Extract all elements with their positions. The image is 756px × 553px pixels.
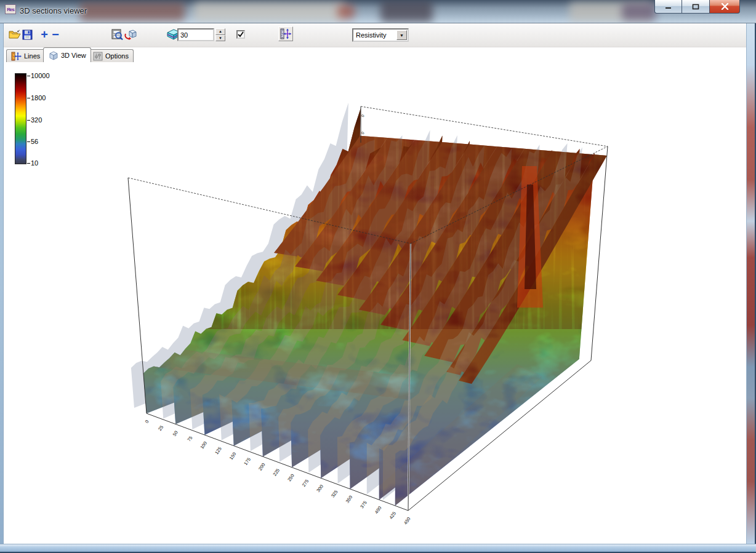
axis-tick-label: 125 [214, 446, 223, 455]
axis-tick-label: 450 [403, 516, 412, 525]
axis-tick-label: 25 [157, 424, 164, 432]
tab-options[interactable]: Options [88, 49, 134, 62]
dropdown-arrow-button[interactable]: ▼ [396, 30, 407, 40]
cube-3d-icon [48, 50, 58, 60]
axis-tick-label: 425 [388, 511, 397, 520]
minimize-icon [665, 4, 672, 10]
parameter-dropdown-value: Resistivity [353, 31, 396, 39]
tab-label: Options [105, 52, 129, 60]
desktop-blur-blob [80, 2, 185, 21]
close-button[interactable] [710, 0, 740, 14]
stepper-up-button[interactable]: ▲ [215, 28, 225, 35]
axes-settings-button[interactable] [278, 26, 293, 41]
axis-tick-label: 275 [301, 479, 310, 488]
window-title: 3D sections viewer [20, 6, 87, 15]
open-folder-icon [9, 30, 21, 39]
window-border-left [0, 23, 4, 544]
desktop-blur-blob [337, 5, 355, 18]
slice-count-input[interactable] [177, 28, 214, 41]
rotate-view-button[interactable] [123, 27, 138, 42]
legend-tick [27, 141, 30, 142]
legend-tick-label: 10 [31, 159, 59, 167]
toolbar: + − [4, 23, 746, 47]
maximize-icon [692, 4, 699, 10]
colormap-bar [15, 73, 26, 164]
chevron-down-icon: ▼ [400, 33, 404, 38]
legend-tick-label: 56 [31, 138, 59, 145]
legend-tick [27, 76, 30, 76]
axis-tick-label: 400 [374, 505, 383, 514]
axis-tick-label: 225 [272, 467, 281, 477]
tab-3d-view[interactable]: 3D View [43, 47, 91, 62]
legend-tick [27, 98, 30, 98]
parameter-dropdown[interactable]: Resistivity ▼ [352, 28, 409, 42]
axis-tick-label: 50 [172, 430, 179, 437]
axis-tick-label: 75 [186, 435, 193, 442]
legend-tick-label: 10000 [31, 72, 59, 79]
axis-tick-label: 175 [243, 456, 252, 466]
maximize-button[interactable] [682, 0, 710, 14]
save-image-button[interactable] [110, 27, 124, 42]
tab-label: 3D View [61, 52, 86, 59]
toolbar-checkbox[interactable] [236, 30, 245, 39]
save-floppy-icon [22, 30, 33, 40]
plus-icon: + [41, 30, 48, 39]
save-button[interactable] [20, 27, 34, 42]
caption-buttons [654, 0, 740, 14]
axis-tick-label: 100 [199, 440, 208, 450]
axis-tick-label: 0 [144, 419, 150, 424]
titlebar: Res 3D sections viewer [0, 0, 756, 23]
slice-count-stepper: ▲ ▼ [215, 28, 225, 41]
rotate-cube-icon [124, 29, 137, 41]
tab-strip: Lines 3D View Options [4, 47, 746, 62]
desktop-blur-blob [194, 2, 345, 22]
axis-tick-label: 250 [286, 473, 296, 482]
remove-section-button[interactable]: − [48, 27, 63, 42]
window-border-bottom [0, 544, 756, 553]
minimize-button[interactable] [654, 0, 682, 14]
viewer-canvas: 10000 1800 320 56 10 0255075100125150175… [4, 62, 746, 544]
tab-label: Lines [24, 52, 40, 60]
stepper-down-button[interactable]: ▼ [215, 35, 225, 42]
legend-tick-label: 320 [31, 116, 59, 124]
app-window: Res 3D sections viewer [0, 0, 756, 553]
check-icon [238, 31, 244, 38]
desktop-blur-blob [622, 3, 656, 20]
desktop-blur-blob [380, 1, 433, 22]
axes-ruler-icon [280, 28, 291, 39]
app-icon: Res [5, 4, 16, 14]
close-icon [721, 3, 729, 10]
axis-tick-label: 350 [345, 495, 354, 504]
lines-tab-icon [11, 52, 22, 61]
legend-tick [27, 163, 30, 164]
resistivity-colormap-legend: 10000 1800 320 56 10 [12, 70, 62, 172]
axis-tick-label: 375 [359, 500, 368, 509]
minus-icon: − [52, 30, 59, 39]
legend-tick [27, 120, 30, 121]
window-border-right [746, 23, 756, 544]
texture-overlays [117, 98, 619, 526]
axis-tick-label: 200 [257, 462, 267, 471]
legend-tick-label: 1800 [31, 94, 59, 101]
save-image-icon [111, 29, 123, 41]
options-sliders-icon [93, 52, 103, 61]
axis-tick-label: 150 [228, 452, 238, 461]
axis-tick-label: 325 [330, 489, 339, 498]
axis-tick-label: 300 [315, 483, 324, 493]
tab-lines[interactable]: Lines [6, 49, 45, 62]
3d-view[interactable]: 0255075100125150175200225250275300325350… [115, 96, 623, 530]
